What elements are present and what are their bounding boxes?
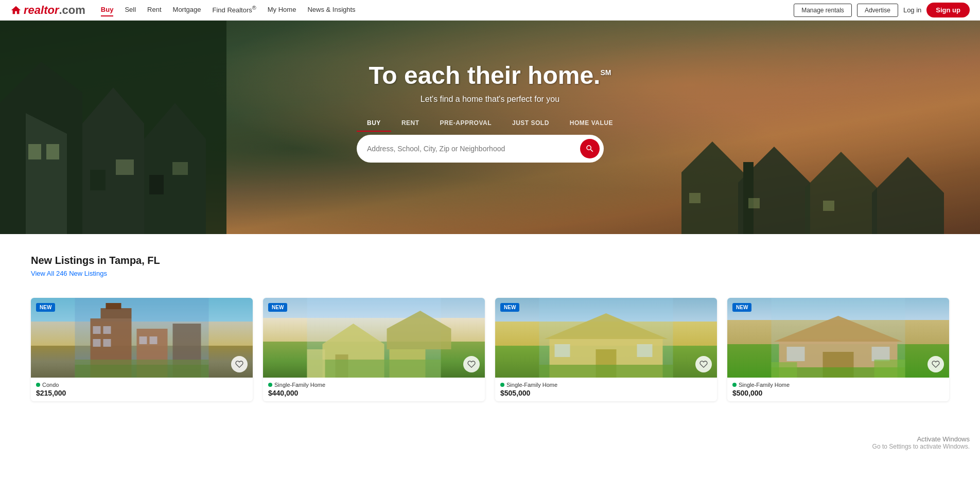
favorite-button-1[interactable]	[231, 356, 248, 372]
svg-rect-28	[139, 336, 147, 344]
new-badge-2: NEW	[268, 303, 287, 312]
hero-title-sup: SM	[600, 68, 611, 77]
svg-rect-17	[748, 198, 760, 208]
svg-rect-18	[823, 201, 834, 211]
type-dot-3	[500, 383, 504, 387]
nav-right: Manage rentals Advertise Log in Sign up	[794, 3, 970, 17]
favorite-button-4[interactable]	[927, 356, 944, 372]
signup-button[interactable]: Sign up	[926, 3, 970, 17]
svg-rect-22	[106, 303, 121, 309]
svg-rect-3	[28, 144, 41, 159]
svg-rect-6	[90, 170, 106, 190]
listing-card-2[interactable]: NEW Single-Family Home $440,000	[263, 298, 485, 401]
svg-rect-26	[93, 339, 101, 347]
heart-icon-2	[467, 360, 476, 368]
listing-photo-svg-1	[31, 298, 253, 378]
listing-image-3: NEW	[495, 298, 717, 378]
listing-price-3: $505,000	[500, 389, 712, 397]
svg-rect-9	[149, 175, 164, 194]
heart-icon-4	[932, 360, 940, 368]
hero-house-right-svg	[671, 69, 980, 234]
listing-type-3: Single-Family Home	[500, 382, 712, 388]
listings-section-title: New Listings in Tampa, FL	[31, 255, 949, 266]
nav-rent[interactable]: Rent	[147, 6, 161, 14]
svg-rect-27	[103, 339, 111, 347]
heart-icon-1	[235, 360, 243, 368]
nav-my-home[interactable]: My Home	[268, 6, 296, 14]
listing-card-4[interactable]: NEW Single-Family Home $500,000	[727, 298, 949, 401]
listing-info-3: Single-Family Home $505,000	[495, 378, 717, 401]
view-all-link[interactable]: View All 246 New Listings	[31, 270, 107, 277]
svg-rect-4	[46, 144, 59, 159]
svg-marker-13	[805, 152, 877, 234]
listing-price-1: $215,000	[36, 389, 248, 397]
search-icon	[585, 144, 594, 153]
listing-image-2: NEW	[263, 298, 485, 378]
nav-buy[interactable]: Buy	[101, 6, 114, 14]
heart-icon-3	[699, 360, 708, 368]
advertise-button[interactable]: Advertise	[857, 4, 898, 17]
tab-home-value[interactable]: HOME VALUE	[559, 115, 623, 132]
nav-news[interactable]: News & Insights	[307, 6, 355, 14]
svg-rect-25	[103, 326, 111, 334]
svg-rect-7	[116, 159, 134, 175]
svg-rect-16	[689, 193, 701, 203]
svg-rect-29	[150, 336, 157, 344]
listing-info-2: Single-Family Home $440,000	[263, 378, 485, 401]
listing-photo-svg-3	[495, 298, 717, 378]
logo-dot-com-text: .com	[59, 4, 85, 16]
listing-image-1: NEW	[31, 298, 253, 378]
svg-rect-10	[172, 162, 188, 175]
type-dot-1	[36, 383, 40, 387]
tab-pre-approval[interactable]: PRE-APPROVAL	[430, 115, 502, 132]
search-input[interactable]	[367, 145, 580, 153]
listing-type-2: Single-Family Home	[268, 382, 480, 388]
nav-sell[interactable]: Sell	[125, 6, 136, 14]
svg-marker-2	[26, 113, 67, 234]
hero-section: To each their home.SM Let's find a home …	[0, 21, 980, 234]
search-button[interactable]	[580, 139, 600, 158]
login-button[interactable]: Log in	[903, 6, 921, 14]
manage-rentals-button[interactable]: Manage rentals	[794, 4, 852, 17]
favorite-button-3[interactable]	[695, 356, 712, 372]
svg-rect-45	[637, 344, 653, 357]
svg-rect-52	[872, 347, 890, 361]
new-badge-1: NEW	[36, 303, 55, 312]
listing-photo-svg-2	[263, 298, 485, 378]
favorite-button-2[interactable]	[463, 356, 480, 372]
listing-type-1: Condo	[36, 382, 248, 388]
svg-marker-14	[872, 157, 944, 234]
tab-buy[interactable]: BUY	[357, 115, 391, 132]
hero-content: To each their home.SM Let's find a home …	[357, 61, 623, 163]
new-badge-4: NEW	[732, 303, 751, 312]
logo[interactable]: realtor.com	[10, 4, 85, 17]
navbar: realtor.com Buy Sell Rent Mortgage Find …	[0, 0, 980, 21]
svg-marker-11	[681, 141, 743, 234]
listing-info-1: Condo $215,000	[31, 378, 253, 401]
svg-rect-37	[307, 360, 441, 378]
nav-mortgage[interactable]: Mortgage	[173, 6, 201, 14]
listing-card-3[interactable]: NEW Single-Family Home $505,000	[495, 298, 717, 401]
listings-grid: NEW Condo $215,000	[31, 298, 949, 401]
svg-rect-32	[75, 365, 209, 378]
tab-just-sold[interactable]: JUST SOLD	[502, 115, 559, 132]
hero-house-left-svg	[0, 21, 226, 234]
type-dot-4	[732, 383, 737, 387]
nav-find-realtors[interactable]: Find Realtors®	[212, 5, 256, 15]
hero-title: To each their home.SM	[357, 61, 623, 90]
listing-info-4: Single-Family Home $500,000	[727, 378, 949, 401]
search-tabs: BUY RENT PRE-APPROVAL JUST SOLD HOME VAL…	[357, 115, 623, 132]
svg-rect-55	[874, 360, 905, 378]
new-badge-3: NEW	[500, 303, 519, 312]
logo-realtor-text: realtor	[24, 4, 59, 16]
listing-card-1[interactable]: NEW Condo $215,000	[31, 298, 253, 401]
svg-rect-54	[772, 362, 797, 378]
nav-links: Buy Sell Rent Mortgage Find Realtors® My…	[101, 5, 794, 15]
svg-rect-51	[787, 347, 805, 361]
listing-type-4: Single-Family Home	[732, 382, 944, 388]
tab-rent[interactable]: RENT	[391, 115, 430, 132]
listing-price-4: $500,000	[732, 389, 944, 397]
hero-subtitle: Let's find a home that's perfect for you	[357, 95, 623, 104]
svg-rect-39	[307, 349, 325, 378]
listing-image-4: NEW	[727, 298, 949, 378]
